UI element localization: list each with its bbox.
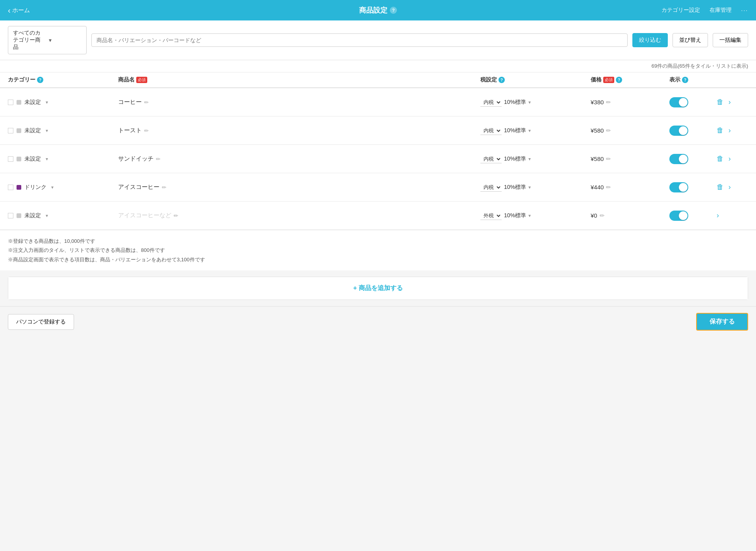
note-line: ※登録できる商品数は、10,000件です [8,237,748,246]
product-name-cell-1: トースト ✏ [118,127,480,134]
product-name-1: トースト [118,127,142,134]
row-actions-4: › [717,211,748,220]
col-price-header: 価格 必須 ? [591,76,669,83]
detail-arrow-2[interactable]: › [728,155,731,163]
category-filter-select[interactable]: すべてのカテゴリー商品 ▾ [8,26,87,54]
row-actions-0: 🗑 › [717,98,748,106]
category-dropdown-arrow-0[interactable]: ▾ [46,100,48,105]
tax-rate-label-0: 10%標準 [504,99,526,106]
price-edit-icon-0[interactable]: ✏ [606,99,611,106]
product-name-edit-icon-1[interactable]: ✏ [144,128,149,134]
tax-rate-arrow-3[interactable]: ▾ [528,185,531,190]
category-checkbox-3[interactable] [8,185,13,190]
product-table: カテゴリー ? 商品名 必須 税設定 ? 価格 必須 ? 表示 ? 未設定 ▾ [0,72,756,230]
register-pc-button[interactable]: パソコンで登録する [8,314,74,330]
price-edit-icon-4[interactable]: ✏ [600,212,605,219]
row-actions-2: 🗑 › [717,155,748,163]
search-input[interactable] [91,33,628,47]
toolbar: すべてのカテゴリー商品 ▾ 絞り込む 並び替え 一括編集 [0,20,756,60]
tax-rate-arrow-4[interactable]: ▾ [528,213,531,218]
display-help-icon[interactable]: ? [682,77,688,83]
price-cell-4: ¥0 ✏ [591,212,669,219]
price-edit-icon-3[interactable]: ✏ [606,184,611,191]
display-toggle-0[interactable] [669,97,688,107]
delete-button-2[interactable]: 🗑 [717,155,724,163]
tax-cell-2: 内税 10%標準 ▾ [480,155,591,163]
inventory-management-link[interactable]: 在庫管理 [710,7,732,14]
filter-button[interactable]: 絞り込む [632,33,668,47]
tax-type-select-4[interactable]: 外税 [480,211,502,220]
tax-type-select-0[interactable]: 内税 [480,98,502,107]
category-name-1: 未設定 [24,127,41,134]
price-help-icon[interactable]: ? [616,77,622,83]
price-edit-icon-1[interactable]: ✏ [606,127,611,134]
tax-rate-arrow-1[interactable]: ▾ [528,128,531,133]
page-title: 商品設定 ? [359,6,397,15]
sort-button[interactable]: 並び替え [673,33,708,47]
category-color-dot-2 [17,157,21,161]
tax-type-select-3[interactable]: 内税 [480,183,502,192]
delete-button-1[interactable]: 🗑 [717,126,724,135]
display-toggle-1[interactable] [669,126,688,136]
table-row: ドリンク ▾ アイスコーヒー ✏ 内税 10%標準 ▾ ¥440 ✏ [0,173,756,202]
delete-button-3[interactable]: 🗑 [717,183,724,191]
category-color-dot-1 [17,128,21,133]
product-name-0: コーヒー [118,98,142,106]
category-setting-link[interactable]: カテゴリー設定 [662,7,700,14]
category-dropdown-arrow-1[interactable]: ▾ [46,128,48,133]
category-name-2: 未設定 [24,155,41,163]
table-row: 未設定 ▾ トースト ✏ 内税 10%標準 ▾ ¥580 ✏ [0,116,756,145]
product-name-cell-0: コーヒー ✏ [118,98,480,106]
tax-rate-label-4: 10%標準 [504,212,526,219]
add-product-button[interactable]: + 商品を追加する [8,277,748,300]
category-name-0: 未設定 [24,99,41,106]
tax-rate-arrow-2[interactable]: ▾ [528,156,531,162]
display-toggle-3[interactable] [669,182,688,192]
price-required-badge: 必須 [603,77,614,83]
tax-rate-arrow-0[interactable]: ▾ [528,100,531,105]
product-name-edit-icon-4[interactable]: ✏ [174,213,178,219]
display-toggle-2[interactable] [669,154,688,164]
price-cell-1: ¥580 ✏ [591,127,669,134]
product-name-edit-icon-0[interactable]: ✏ [144,99,149,105]
tax-type-select-1[interactable]: 内税 [480,126,502,135]
delete-button-0[interactable]: 🗑 [717,98,724,106]
display-toggle-4[interactable] [669,211,688,221]
category-dropdown-arrow-2[interactable]: ▾ [46,156,48,162]
toggle-cell-1 [669,126,717,136]
category-checkbox-1[interactable] [8,128,13,133]
product-required-badge: 必須 [136,77,147,83]
category-dropdown-arrow-3[interactable]: ▾ [51,185,54,190]
detail-arrow-1[interactable]: › [728,126,731,135]
row-actions-3: 🗑 › [717,183,748,191]
detail-arrow-0[interactable]: › [728,98,731,106]
product-name-edit-icon-2[interactable]: ✏ [156,156,161,162]
category-checkbox-2[interactable] [8,156,13,162]
table-row: 未設定 ▾ コーヒー ✏ 内税 10%標準 ▾ ¥380 ✏ [0,88,756,116]
price-cell-0: ¥380 ✏ [591,99,669,106]
tax-rate-label-1: 10%標準 [504,127,526,134]
product-name-edit-icon-3[interactable]: ✏ [162,184,167,190]
back-button[interactable]: ホーム [8,6,30,14]
price-edit-icon-2[interactable]: ✏ [606,155,611,163]
table-header: カテゴリー ? 商品名 必須 税設定 ? 価格 必須 ? 表示 ? [0,72,756,88]
detail-arrow-3[interactable]: › [728,183,731,191]
title-help-icon[interactable]: ? [390,7,397,14]
save-button[interactable]: 保存する [696,313,748,331]
category-help-icon[interactable]: ? [37,77,43,83]
more-menu-button[interactable]: ··· [741,7,748,13]
tax-type-select-2[interactable]: 内税 [480,155,502,163]
category-dropdown-arrow-4[interactable]: ▾ [46,213,48,218]
category-checkbox-4[interactable] [8,213,13,218]
col-product-header: 商品名 必須 [118,76,480,83]
category-checkbox-0[interactable] [8,100,13,105]
product-rows: 未設定 ▾ コーヒー ✏ 内税 10%標準 ▾ ¥380 ✏ [0,88,756,230]
category-color-dot-4 [17,213,21,218]
tax-cell-4: 外税 10%標準 ▾ [480,211,591,220]
category-cell-1: 未設定 ▾ [8,127,118,134]
tax-help-icon[interactable]: ? [498,77,505,83]
detail-arrow-4[interactable]: › [717,211,719,220]
category-cell-4: 未設定 ▾ [8,212,118,219]
note-line: ※商品設定画面で表示できる項目数は、商品・バリエーションをあわせて3,100件で… [8,255,748,264]
bulk-edit-button[interactable]: 一括編集 [713,33,748,47]
